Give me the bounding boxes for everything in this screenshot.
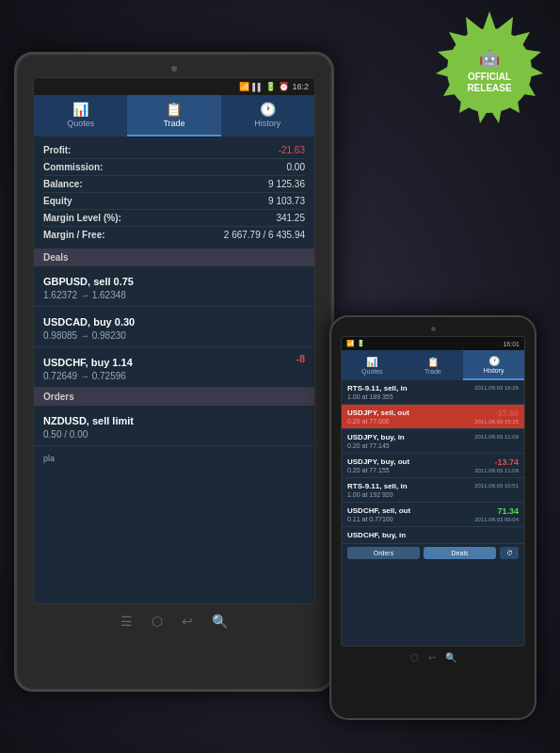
deal-2-sub: 0.98085 → 0.98230 [43,330,305,341]
svg-text:RELEASE: RELEASE [467,83,512,93]
phone-tab-trade[interactable]: 📋 Trade [403,350,464,380]
phone-item-5-left: RTS-9.11, sell, in 1.00 at 192 920 [347,482,408,498]
deal-1-title: GBPUSD, sell 0.75 [43,276,134,287]
phone-tab-history-label: History [484,367,504,374]
order-1-sub: 0.50 / 0.00 [43,429,305,440]
phone-item-1-sub: 1.00 at 189 355 [347,393,408,400]
phone-item-6-sub: 0.11 at 0.77100 [347,516,410,522]
phone-tab-quotes[interactable]: 📊 Quotes [342,350,403,380]
tablet-home-btn[interactable]: ⬡ [152,614,163,629]
phone-item-2-left: USDJPY, sell, out 0.20 at 77.000 [347,409,409,425]
tab-quotes-label: Quotes [67,119,94,128]
phone-item-5-title: RTS-9.11, sell, in [347,482,408,490]
tab-quotes[interactable]: 📊 Quotes [34,95,127,136]
phone-item-6-title: USDCHF, sell, out [347,506,410,515]
margin-free-label: Margin / Free: [43,230,105,240]
deal-item-2: USDCAD, buy 0.30 0.98085 → 0.98230 [34,307,314,347]
phone-history-list: RTS-9.11, sell, in 1.00 at 189 355 2011.… [342,380,524,544]
phone-item-2: USDJPY, sell, out 0.20 at 77.000 -37.66 … [342,405,524,429]
phone-item-5-sub: 1.00 at 192 920 [347,491,408,498]
phone-deals-btn[interactable]: Deals [424,547,496,559]
phone-item-1: RTS-9.11, sell, in 1.00 at 189 355 2011.… [342,380,524,405]
phone-item-3-left: USDJPY, buy, in 0.20 at 77.145 [347,433,405,449]
tablet-hardware-buttons: ☰ ⬡ ↩ 🔍 [120,614,228,629]
phone-item-4-right: -13.74 2011.08.03 11:09 [474,457,519,473]
placeholder-text: pla [34,446,314,471]
balance-label: Balance: [43,179,83,189]
tablet-camera [171,66,177,72]
tablet-menu-btn[interactable]: ☰ [120,614,133,629]
phone-camera [431,327,436,331]
tablet-status-bar: 📶 ▌▌ 🔋 ⏰ 16:2 [34,78,314,95]
equity-label: Equity [43,196,72,206]
phone-item-1-left: RTS-9.11, sell, in 1.00 at 189 355 [347,384,408,400]
phone-item-3: USDJPY, buy, in 0.20 at 77.145 2011.08.0… [342,429,524,454]
phone-home-btn[interactable]: ⬡ [410,652,419,663]
tablet-screen: 📶 ▌▌ 🔋 ⏰ 16:2 📊 Quotes 📋 Trade 🕐 History [33,77,315,604]
phone-device: 📶 🔋 16:01 📊 Quotes 📋 Trade 🕐 History [329,315,536,720]
phone-item-3-date: 2011.08.03 11:09 [474,434,519,440]
trade-icon: 📋 [166,102,182,117]
wifi-icon: 📶 [239,82,249,91]
commission-label: Commission: [43,162,103,172]
tablet-status-icons: 📶 ▌▌ 🔋 ⏰ 16:2 [239,82,309,91]
placeholder-label: pla [43,454,55,463]
deal-2-title: USDCAD, buy 0.30 [43,316,135,328]
phone-tab-quotes-label: Quotes [361,368,383,375]
phone-item-7: USDCHF, buy, in [342,527,524,544]
official-release-badge: 🤖 OFFICIAL RELEASE [428,9,551,132]
phone-item-5-right: 2011.08.03 10:51 [474,482,519,489]
tablet-back-btn[interactable]: ↩ [182,614,193,629]
phone-item-6-value: 71.34 [474,506,519,516]
phone-screen: 📶 🔋 16:01 📊 Quotes 📋 Trade 🕐 History [341,336,525,647]
deal-3-sub: 0.72649 → 0.72596 [43,371,305,381]
phone-item-6-right: 71.34 2011.08.03 09:04 [474,506,519,522]
phone-clock-btn[interactable]: ⏱ [500,547,519,559]
phone-item-2-value: -37.66 [474,409,519,418]
phone-quotes-icon: 📊 [366,357,377,367]
phone-item-2-sub: 0.20 at 77.000 [347,418,409,425]
phone-search-btn[interactable]: 🔍 [445,652,456,663]
phone-history-icon: 🕐 [488,356,500,366]
profit-label: Profit: [43,145,71,155]
phone-item-7-title: USDCHF, buy, in [347,531,406,539]
tab-history[interactable]: 🕐 History [221,95,314,136]
commission-value: 0.00 [287,162,305,172]
clock-icon: ⏰ [279,82,289,91]
battery-icon: 🔋 [265,82,276,91]
phone-item-5-date: 2011.08.03 10:51 [474,483,519,489]
tablet-search-btn[interactable]: 🔍 [212,614,228,629]
deals-header-label: Deals [43,252,69,263]
margin-level-row: Margin Level (%): 341.25 [43,210,305,227]
tab-trade[interactable]: 📋 Trade [127,95,220,136]
phone-item-6-left: USDCHF, sell, out 0.11 at 0.77100 [347,506,410,522]
phone-tab-trade-label: Trade [424,368,441,375]
signal-icon: ▌▌ [252,83,263,91]
tab-trade-label: Trade [163,119,184,128]
deal-1-sub: 1.62372 → 1.62348 [43,290,305,300]
deal-3-value: -8 [296,353,305,364]
phone-item-1-title: RTS-9.11, sell, in [347,384,408,393]
quotes-icon: 📊 [72,102,88,117]
phone-item-2-date: 2011.08.03 15:15 [474,419,519,425]
phone-item-7-left: USDCHF, buy, in [347,531,406,539]
phone-item-4: USDJPY, buy, out 0.20 at 77.155 -13.74 2… [342,454,524,478]
margin-free-row: Margin / Free: 2 667.79 / 6 435.94 [43,227,305,243]
phone-orders-btn[interactable]: Orders [347,547,420,559]
phone-tab-history[interactable]: 🕐 History [463,350,524,380]
balance-value: 9 125.36 [268,179,305,189]
phone-item-6: USDCHF, sell, out 0.11 at 0.77100 71.34 … [342,503,524,527]
svg-point-1 [447,28,532,113]
phone-back-btn[interactable]: ↩ [428,652,436,663]
history-icon: 🕐 [260,102,276,117]
time-display: 16:2 [292,82,309,91]
orders-header-label: Orders [43,392,74,402]
svg-text:OFFICIAL: OFFICIAL [468,72,511,82]
commission-row: Commission: 0.00 [43,159,305,176]
phone-item-3-sub: 0.20 at 77.145 [347,442,405,449]
balance-row: Balance: 9 125.36 [43,176,305,193]
equity-value: 9 103.73 [268,196,305,206]
phone-item-4-title: USDJPY, buy, out [347,457,409,466]
profit-row: Profit: -21.63 [43,142,305,159]
orders-section-header: Orders [34,388,314,406]
